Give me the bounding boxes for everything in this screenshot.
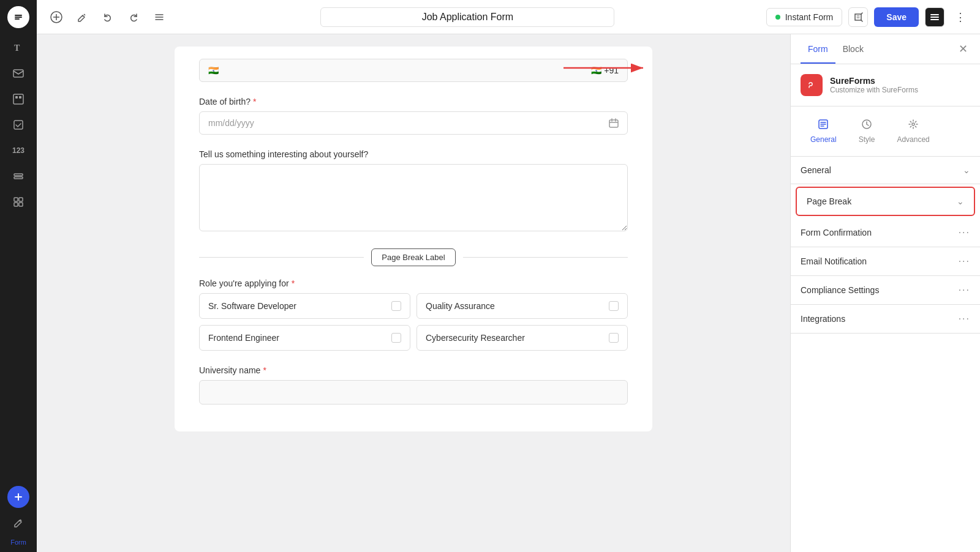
svg-point-21 (912, 123, 914, 125)
subtab-advanced-label: Advanced (897, 135, 929, 144)
checkbox-box-1[interactable] (391, 301, 401, 311)
form-title-container (176, 7, 759, 27)
checkbox-box-4[interactable] (609, 333, 619, 343)
checkbox-label-4: Cybersecurity Researcher (426, 333, 525, 343)
checkbox-label-2: Quality Assurance (426, 301, 495, 311)
sidebar-icon-edit[interactable] (7, 512, 29, 534)
section-chevron-general: ⌄ (963, 165, 970, 175)
subtab-style[interactable]: Style (849, 114, 885, 149)
top-bar: Instant Form Save ⋮ (37, 0, 980, 34)
style-icon (861, 119, 872, 133)
redo-button[interactable] (124, 7, 143, 27)
options-button[interactable] (925, 7, 944, 27)
sidebar-icon-email[interactable] (7, 62, 29, 84)
sidebar-add-button[interactable] (7, 486, 29, 508)
checkbox-box-3[interactable] (391, 333, 401, 343)
top-bar-right: Instant Form Save ⋮ (766, 7, 970, 27)
svg-rect-11 (14, 203, 18, 206)
checkbox-item-4[interactable]: Cybersecurity Researcher (417, 325, 628, 351)
university-required-star: * (263, 365, 266, 375)
section-label-general: General (801, 165, 831, 175)
menu-button[interactable] (149, 7, 169, 27)
subtab-advanced[interactable]: Advanced (887, 114, 939, 149)
checkbox-item-3[interactable]: Frontend Engineer (199, 325, 410, 351)
svg-rect-6 (14, 121, 23, 129)
left-sidebar: T 123 (0, 0, 37, 552)
svg-rect-9 (14, 198, 18, 201)
checkbox-item-2[interactable]: Quality Assurance (417, 293, 628, 319)
sidebar-icon-widget[interactable] (7, 165, 29, 187)
brand-sub: Customize with SureForms (830, 86, 918, 94)
section-header-integrations[interactable]: Integrations ··· (791, 305, 980, 333)
date-required-star: * (253, 97, 256, 106)
section-header-email-notification[interactable]: Email Notification ··· (791, 247, 980, 275)
tab-block[interactable]: Block (835, 34, 871, 64)
section-header-compliance-settings[interactable]: Compliance Settings ··· (791, 276, 980, 304)
sureforms-brand: SureForms Customize with SureForms (791, 64, 980, 106)
section-label-page-break: Page Break (807, 196, 851, 206)
date-input[interactable]: mm/dd/yyyy (199, 111, 628, 135)
instant-form-label: Instant Form (785, 12, 834, 22)
phone-value: 🇮🇳 +91 (591, 65, 619, 75)
subtab-general[interactable]: General (801, 114, 846, 149)
page-break-line-right (463, 257, 628, 258)
section-dots-compliance-settings: ··· (959, 285, 970, 296)
svg-rect-12 (19, 203, 23, 206)
right-panel: Form Block ✕ SureForms Customize with Su… (790, 34, 980, 552)
svg-text:T: T (14, 43, 20, 53)
panel-section-general: General ⌄ (791, 157, 980, 184)
sidebar-icon-text[interactable]: T (7, 37, 29, 59)
checkbox-grid: Sr. Software Developer Quality Assurance… (199, 293, 628, 351)
sidebar-icon-layout[interactable] (7, 88, 29, 110)
svg-rect-3 (13, 94, 23, 104)
section-chevron-page-break: ⌄ (957, 196, 964, 206)
edit-icon[interactable] (72, 7, 92, 27)
three-dots-button[interactable]: ⋮ (951, 7, 970, 27)
top-bar-left (47, 7, 169, 27)
subtab-general-label: General (810, 135, 837, 144)
preview-button[interactable] (848, 7, 868, 27)
section-dots-integrations: ··· (959, 313, 970, 324)
brand-name: SureForms (830, 76, 918, 86)
sidebar-logo (7, 6, 29, 28)
svg-rect-14 (930, 14, 939, 15)
form-title-input[interactable] (320, 7, 614, 27)
textarea-input[interactable] (199, 164, 628, 231)
section-header-page-break[interactable]: Page Break ⌄ (797, 188, 974, 215)
date-field: Date of birth? * mm/dd/yyyy (199, 97, 628, 135)
sidebar-icon-123[interactable]: 123 (7, 140, 29, 162)
svg-rect-7 (14, 174, 23, 176)
role-field: Role you're applying for * Sr. Software … (199, 278, 628, 351)
checkbox-label-3: Frontend Engineer (208, 333, 279, 343)
panel-tabs: Form Block ✕ (791, 34, 980, 64)
svg-rect-5 (19, 96, 21, 99)
sidebar-form-label: Form (10, 539, 26, 546)
textarea-field: Tell us something interesting about your… (199, 149, 628, 234)
svg-rect-16 (930, 19, 939, 20)
tab-form[interactable]: Form (801, 34, 835, 64)
instant-form-button[interactable]: Instant Form (766, 8, 843, 26)
sidebar-icon-grid[interactable] (7, 191, 29, 213)
university-field: University name * (199, 365, 628, 405)
sidebar-icon-checkbox[interactable] (7, 114, 29, 136)
save-button[interactable]: Save (874, 7, 919, 27)
section-header-general[interactable]: General ⌄ (791, 157, 980, 184)
university-input[interactable] (199, 380, 628, 405)
subtab-style-label: Style (859, 135, 875, 144)
svg-rect-10 (19, 198, 23, 201)
svg-rect-8 (14, 177, 23, 179)
undo-button[interactable] (98, 7, 118, 27)
section-header-form-confirmation[interactable]: Form Confirmation ··· (791, 218, 980, 247)
checkbox-item-1[interactable]: Sr. Software Developer (199, 293, 410, 319)
svg-rect-4 (15, 96, 18, 99)
section-label-compliance-settings: Compliance Settings (801, 285, 879, 295)
panel-section-compliance-settings: Compliance Settings ··· (791, 276, 980, 305)
wordpress-icon[interactable] (47, 7, 66, 27)
page-break-label-button[interactable]: Page Break Label (371, 248, 455, 266)
checkbox-box-2[interactable] (609, 301, 619, 311)
section-dots-email-notification: ··· (959, 256, 970, 267)
textarea-label: Tell us something interesting about your… (199, 149, 628, 159)
panel-close-button[interactable]: ✕ (956, 40, 970, 58)
panel-section-email-notification: Email Notification ··· (791, 247, 980, 276)
phone-input[interactable]: 🇮🇳 🇮🇳 +91 (199, 59, 628, 82)
